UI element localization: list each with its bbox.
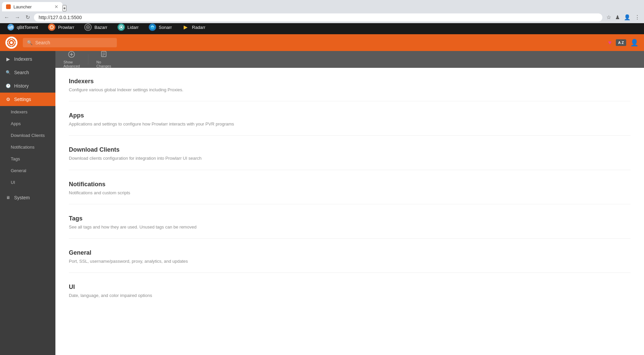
download-clients-section-title: Download Clients xyxy=(69,146,631,153)
sonarr-label: Sonarr xyxy=(159,25,172,30)
general-section-title: General xyxy=(69,249,631,256)
sidebar-sub-item-apps[interactable]: Apps xyxy=(0,118,55,130)
svg-point-0 xyxy=(50,25,54,29)
download-clients-section-desc: Download clients configuration for integ… xyxy=(69,155,631,161)
app-logo xyxy=(5,37,17,49)
bookmark-btn[interactable]: ☆ xyxy=(605,13,612,22)
sub-general-label: General xyxy=(11,168,26,173)
settings-section-ui: UI Date, language, and color impaired op… xyxy=(69,284,631,307)
settings-icon: ⚙ xyxy=(5,97,11,102)
settings-label: Settings xyxy=(14,97,31,102)
sidebar-sub-item-general[interactable]: General xyxy=(0,165,55,176)
sub-apps-label: Apps xyxy=(11,121,21,126)
settings-section-download-clients: Download Clients Download clients config… xyxy=(69,146,631,170)
lidarr-icon xyxy=(118,23,125,31)
address-input[interactable] xyxy=(34,13,602,21)
browser-actions: ☆ ♟ 👤 ⋮ xyxy=(605,13,641,22)
toolbar-sep xyxy=(88,54,88,64)
notifications-section-title: Notifications xyxy=(69,181,631,188)
apps-section-desc: Applications and settings to configure h… xyxy=(69,121,631,127)
show-advanced-label: Show Advanced xyxy=(63,60,80,68)
settings-section-indexers: Indexers Configure various global Indexe… xyxy=(69,78,631,101)
sidebar: ▶ Indexers 🔍 Search 🕐 History ⚙ Settings… xyxy=(0,51,55,355)
settings-section-apps: Apps Applications and settings to config… xyxy=(69,112,631,136)
sonarr-icon xyxy=(149,23,156,31)
new-tab-btn[interactable]: + xyxy=(62,5,66,11)
show-advanced-btn[interactable]: Show Advanced xyxy=(61,51,83,69)
svg-rect-12 xyxy=(101,51,106,57)
ui-section-desc: Date, language, and color impaired optio… xyxy=(69,293,631,299)
qbittorrent-label: qBitTorrent xyxy=(17,25,38,30)
back-btn[interactable]: ← xyxy=(3,13,11,22)
sidebar-item-system[interactable]: 🖥 System xyxy=(0,191,55,204)
tab-bar: Launcher ✕ + ← → ↻ ☆ ♟ 👤 ⋮ xyxy=(0,0,644,20)
header-badge: A Z xyxy=(616,39,626,46)
qbittorrent-icon: qB xyxy=(7,24,14,31)
no-changes-btn[interactable]: No Changes xyxy=(94,51,114,69)
sidebar-sub-item-tags[interactable]: Tags xyxy=(0,153,55,165)
forward-btn[interactable]: → xyxy=(13,13,21,22)
no-changes-icon xyxy=(100,51,107,59)
svg-point-4 xyxy=(120,26,122,28)
indexers-label: Indexers xyxy=(14,56,32,62)
settings-section-tags: Tags See all tags and how they are used.… xyxy=(69,215,631,239)
sidebar-item-settings[interactable]: ⚙ Settings xyxy=(0,93,55,106)
indexers-icon: ▶ xyxy=(5,56,11,62)
prowlarr-icon xyxy=(48,23,55,31)
indexers-section-title: Indexers xyxy=(69,78,631,85)
sidebar-sub-item-download-clients[interactable]: Download Clients xyxy=(0,130,55,141)
profile-btn[interactable]: ♟ xyxy=(614,13,621,22)
notifications-section-desc: Notifications and custom scripts xyxy=(69,190,631,196)
tab-title: Launcher xyxy=(13,4,32,9)
app-tab-radarr[interactable]: ▶ Radarr xyxy=(177,21,210,33)
system-icon: 🖥 xyxy=(5,195,11,200)
sidebar-sub-item-notifications[interactable]: Notifications xyxy=(0,141,55,153)
tags-section-title: Tags xyxy=(69,215,631,222)
svg-point-2 xyxy=(87,27,89,28)
history-label: History xyxy=(14,83,29,89)
sub-download-clients-label: Download Clients xyxy=(11,133,45,138)
sub-tags-label: Tags xyxy=(11,156,20,161)
ui-section-title: UI xyxy=(69,284,631,291)
search-sidebar-icon: 🔍 xyxy=(5,70,11,75)
sub-indexers-label: Indexers xyxy=(11,109,28,114)
header-search-bar[interactable]: 🔍 xyxy=(23,38,117,47)
sidebar-sub-item-ui[interactable]: UI xyxy=(0,176,55,188)
bazarr-label: Bazarr xyxy=(94,25,107,30)
tab-close-btn[interactable]: ✕ xyxy=(54,4,58,9)
settings-section-notifications: Notifications Notifications and custom s… xyxy=(69,181,631,204)
app-tab-qbittorrent[interactable]: qB qBitTorrent xyxy=(3,22,43,33)
general-section-desc: Port, SSL, username/password, proxy, ana… xyxy=(69,258,631,264)
user-btn[interactable]: 👤 xyxy=(623,13,632,22)
search-label: Search xyxy=(14,70,29,75)
tab-favicon xyxy=(6,4,11,9)
app-tab-sonarr[interactable]: Sonarr xyxy=(144,21,177,33)
tags-section-desc: See all tags and how they are used. Unus… xyxy=(69,224,631,230)
no-changes-label: No Changes xyxy=(96,60,111,68)
sidebar-item-indexers[interactable]: ▶ Indexers xyxy=(0,52,55,66)
user-icon[interactable]: 👤 xyxy=(630,39,639,47)
system-label: System xyxy=(14,195,30,200)
sub-ui-label: UI xyxy=(11,180,15,185)
indexers-section-desc: Configure various global Indexer setting… xyxy=(69,87,631,93)
apps-section-title: Apps xyxy=(69,112,631,119)
app-tab-lidarr[interactable]: Lidarr xyxy=(113,21,143,33)
sidebar-item-history[interactable]: 🕐 History xyxy=(0,79,55,93)
show-advanced-icon xyxy=(68,51,75,59)
active-tab[interactable]: Launcher ✕ xyxy=(2,2,62,11)
header-actions: ♥ A Z 👤 xyxy=(608,39,639,47)
heart-icon: ♥ xyxy=(608,39,612,46)
app-header: 🔍 ♥ A Z 👤 xyxy=(0,34,644,51)
settings-content: Indexers Configure various global Indexe… xyxy=(55,68,644,355)
lidarr-label: Lidarr xyxy=(128,25,139,30)
sidebar-sub-item-indexers[interactable]: Indexers xyxy=(0,106,55,118)
header-search-input[interactable] xyxy=(35,40,113,45)
app-tab-bazarr[interactable]: Bazarr xyxy=(80,21,112,33)
sub-notifications-label: Notifications xyxy=(11,145,35,150)
menu-btn[interactable]: ⋮ xyxy=(633,13,641,22)
sidebar-item-search[interactable]: 🔍 Search xyxy=(0,66,55,79)
prowlarr-label: Prowlarr xyxy=(58,25,74,30)
toolbar: Show Advanced No Changes xyxy=(55,51,644,68)
app-tab-prowlarr[interactable]: Prowlarr xyxy=(43,21,79,33)
reload-btn[interactable]: ↻ xyxy=(24,13,31,22)
